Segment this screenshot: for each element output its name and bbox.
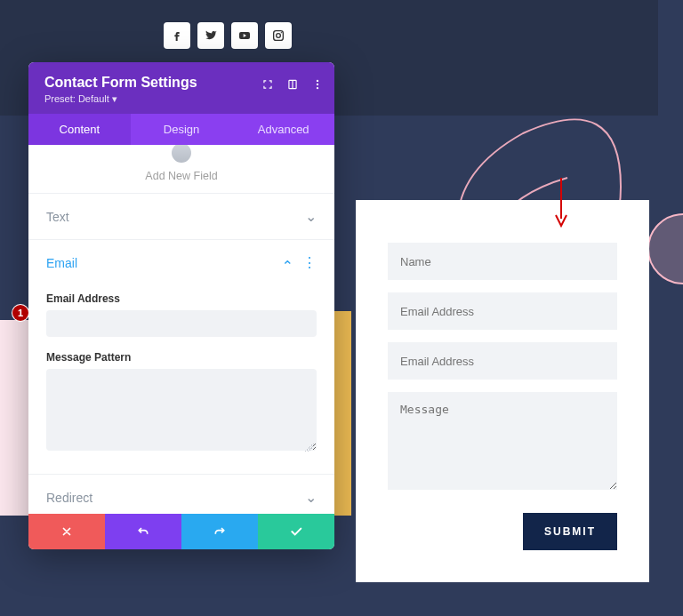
tab-advanced[interactable]: Advanced: [232, 114, 334, 145]
settings-panel: Contact Form Settings Preset: Default ▾ …: [28, 62, 334, 549]
panel-footer: [28, 514, 334, 549]
panel-preset[interactable]: Preset: Default ▾: [44, 93, 318, 105]
tab-content[interactable]: Content: [28, 114, 131, 145]
section-email-content: Email Address Message Pattern: [28, 292, 334, 467]
panel-header: Contact Form Settings Preset: Default ▾: [28, 62, 334, 114]
preview-email-field-1[interactable]: [388, 292, 617, 330]
svg-point-8: [317, 87, 318, 89]
section-email[interactable]: Email ⌄ ⋮: [28, 239, 334, 285]
chevron-down-icon: ⌄: [305, 208, 317, 225]
twitter-icon[interactable]: [197, 22, 224, 49]
section-text[interactable]: Text ⌄: [28, 193, 334, 239]
instagram-icon[interactable]: [265, 22, 292, 49]
preview-message-field[interactable]: [388, 392, 617, 490]
decorative-circle: [647, 213, 683, 284]
add-field-label: Add New Field: [145, 170, 217, 182]
add-icon: [172, 145, 191, 163]
svg-point-7: [317, 84, 318, 85]
section-redirect-label: Redirect: [46, 491, 92, 505]
expand-icon[interactable]: [261, 78, 274, 94]
panel-tabs: Content Design Advanced: [28, 114, 334, 145]
social-row: [164, 22, 292, 49]
save-button[interactable]: [258, 514, 334, 549]
chevron-up-icon: ⌄: [282, 257, 293, 274]
section-redirect[interactable]: Redirect ⌄: [28, 474, 334, 514]
svg-point-3: [281, 32, 282, 33]
section-email-label: Email: [46, 256, 77, 270]
svg-point-6: [317, 80, 318, 82]
preview-email-field-2[interactable]: [388, 342, 617, 380]
chevron-down-icon: ⌄: [305, 489, 317, 506]
email-address-input[interactable]: [46, 310, 317, 337]
preview-submit-button[interactable]: SUBMIT: [523, 513, 617, 550]
tab-design[interactable]: Design: [131, 114, 233, 145]
email-address-label: Email Address: [46, 292, 317, 305]
panel-body: Add New Field Text ⌄ Email ⌄ ⋮ Email Add…: [28, 145, 334, 514]
contact-form-preview: SUBMIT: [356, 200, 649, 582]
facebook-icon[interactable]: [164, 22, 190, 49]
cancel-button[interactable]: [28, 514, 105, 549]
svg-point-2: [277, 34, 281, 38]
preview-name-field[interactable]: [388, 243, 617, 280]
add-new-field[interactable]: Add New Field: [28, 145, 334, 193]
redo-button[interactable]: [181, 514, 258, 549]
responsive-icon[interactable]: [286, 78, 299, 94]
undo-button[interactable]: [105, 514, 181, 549]
youtube-icon[interactable]: [231, 22, 258, 49]
message-pattern-input[interactable]: [46, 369, 317, 451]
section-more-icon[interactable]: ⋮: [302, 256, 317, 270]
section-text-label: Text: [46, 210, 69, 224]
menu-icon[interactable]: [311, 78, 324, 94]
annotation-badge-1: 1: [12, 305, 28, 321]
message-pattern-label: Message Pattern: [46, 351, 317, 364]
